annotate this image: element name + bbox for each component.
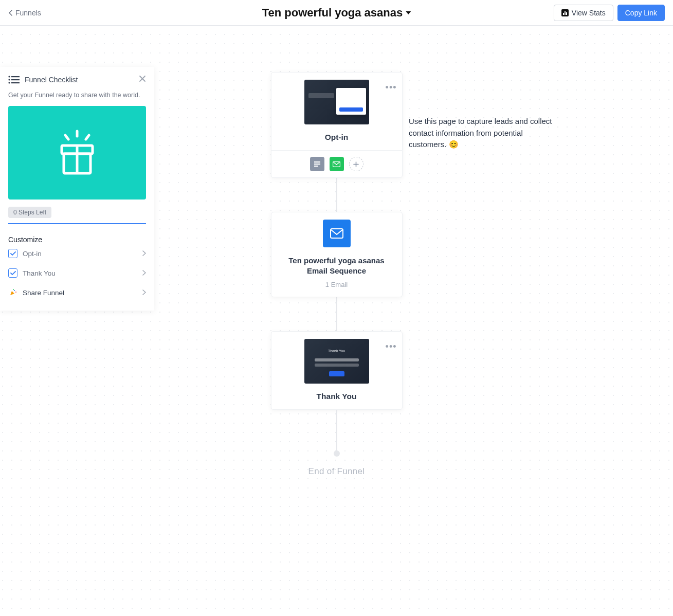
checklist-item-label: Share Funnel: [23, 289, 137, 297]
svg-rect-5: [11, 76, 20, 77]
checklist-illustration: [8, 106, 146, 200]
checklist-item-optin[interactable]: Opt-in: [8, 244, 146, 263]
svg-point-17: [15, 292, 16, 293]
optin-page-thumbnail: [304, 80, 369, 124]
svg-rect-9: [11, 82, 20, 83]
chevron-left-icon: [8, 9, 13, 16]
checklist-item-label: Thank You: [23, 269, 137, 277]
copy-link-label: Copy Link: [625, 9, 657, 17]
svg-rect-7: [11, 79, 20, 80]
email-sequence-icon-box: [323, 220, 351, 247]
node-title: Opt-in: [325, 133, 349, 142]
email-action-chip[interactable]: [330, 157, 344, 171]
svg-point-8: [8, 82, 10, 83]
form-icon: [314, 161, 321, 167]
checkbox-checked-icon: [8, 249, 17, 258]
checkbox-checked-icon: [8, 268, 17, 278]
form-action-chip[interactable]: [310, 157, 324, 171]
svg-line-12: [86, 135, 89, 139]
plus-icon: [353, 161, 359, 167]
svg-rect-1: [563, 13, 564, 15]
svg-point-4: [8, 76, 10, 77]
svg-line-11: [65, 135, 68, 139]
view-stats-label: View Stats: [572, 9, 606, 17]
customize-section-title: Customize: [8, 235, 146, 244]
funnel-canvas[interactable]: Funnel Checklist Get your Funnel ready t…: [0, 26, 673, 616]
flow-connector: [336, 178, 337, 212]
flow-terminator-dot: [334, 450, 340, 457]
svg-rect-19: [314, 161, 320, 162]
checklist-item-thankyou[interactable]: Thank You: [8, 263, 146, 283]
checklist-item-share[interactable]: Share Funnel: [8, 283, 146, 302]
copy-link-button[interactable]: Copy Link: [617, 5, 665, 21]
chevron-right-icon: [142, 289, 146, 297]
svg-rect-20: [314, 164, 320, 165]
checklist-progress-bar: [8, 223, 146, 224]
funnel-node-optin[interactable]: ••• Opt-in: [271, 72, 403, 178]
thankyou-page-thumbnail: Thank You: [304, 339, 369, 384]
list-icon: [8, 76, 20, 84]
view-stats-button[interactable]: View Stats: [554, 5, 613, 21]
node-title: Thank You: [317, 392, 357, 401]
envelope-icon: [333, 161, 340, 167]
svg-rect-23: [331, 229, 343, 238]
node-options-button[interactable]: •••: [386, 83, 397, 92]
svg-rect-21: [314, 166, 318, 167]
caret-down-icon: [406, 11, 411, 14]
bar-chart-icon: [561, 9, 569, 16]
end-of-funnel-label: End of Funnel: [271, 466, 403, 477]
flow-connector: [336, 410, 337, 454]
svg-point-16: [14, 290, 15, 291]
funnel-title-dropdown[interactable]: Ten powerful yoga asanas: [262, 6, 411, 20]
funnel-checklist-panel: Funnel Checklist Get your Funnel ready t…: [0, 67, 154, 311]
optin-helper-text: Use this page to capture leads and colle…: [409, 116, 558, 151]
svg-rect-3: [566, 12, 567, 15]
checklist-subtitle: Get your Funnel ready to share with the …: [8, 92, 146, 99]
funnel-node-thankyou[interactable]: ••• Thank You Thank You: [271, 331, 403, 410]
svg-rect-2: [565, 11, 566, 15]
flow-connector: [336, 297, 337, 331]
back-label: Funnels: [15, 9, 41, 17]
funnel-flow: ••• Opt-in: [271, 72, 403, 477]
node-title: Ten powerful yoga asanas Email Sequence: [279, 256, 395, 277]
svg-point-6: [8, 79, 10, 80]
header-bar: Funnels Ten powerful yoga asanas View St…: [0, 0, 673, 26]
add-action-button[interactable]: [349, 157, 363, 171]
close-icon: [139, 75, 146, 82]
email-count-label: 1 Email: [325, 281, 348, 288]
node-options-button[interactable]: •••: [386, 342, 397, 351]
back-to-funnels-link[interactable]: Funnels: [8, 9, 41, 17]
thumbnail-label: Thank You: [328, 349, 345, 353]
checklist-item-label: Opt-in: [23, 250, 137, 258]
checklist-title: Funnel Checklist: [25, 76, 134, 84]
envelope-icon: [330, 228, 343, 239]
steps-left-badge: 0 Steps Left: [8, 207, 51, 218]
funnel-node-email-sequence[interactable]: Ten powerful yoga asanas Email Sequence …: [271, 212, 403, 297]
gift-icon: [54, 127, 100, 178]
svg-point-18: [13, 289, 14, 290]
funnel-title: Ten powerful yoga asanas: [262, 6, 403, 20]
chevron-right-icon: [142, 269, 146, 277]
checklist-close-button[interactable]: [139, 75, 146, 84]
chevron-right-icon: [142, 250, 146, 258]
confetti-icon: [8, 288, 17, 297]
header-buttons: View Stats Copy Link: [554, 5, 665, 21]
